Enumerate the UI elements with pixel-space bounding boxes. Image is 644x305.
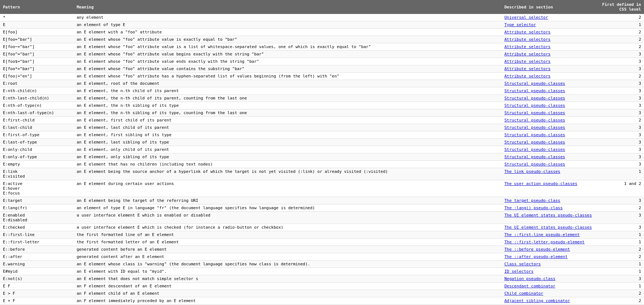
section-link[interactable]: Structural pseudo-classes	[504, 88, 565, 93]
cell-section[interactable]: Structural pseudo-classes	[502, 139, 597, 146]
cell-pattern: E:first-of-type	[0, 131, 74, 139]
section-link[interactable]: Child combinator	[504, 291, 543, 296]
table-row: E.warningan E element whose class is "wa…	[0, 261, 644, 268]
section-link[interactable]: The UI element states pseudo-classes	[504, 213, 592, 218]
cell-section[interactable]: The ::after pseudo-element	[502, 253, 597, 261]
cell-pattern: E:link E:visited	[0, 168, 74, 180]
cell-css-level: 2	[597, 290, 644, 297]
section-link[interactable]: Structural pseudo-classes	[504, 118, 565, 123]
section-link[interactable]: The user action pseudo-classes	[504, 181, 578, 186]
cell-section[interactable]: The ::before pseudo-element	[502, 246, 597, 253]
section-link[interactable]: Class selectors	[504, 262, 541, 266]
section-link[interactable]: Structural pseudo-classes	[504, 162, 565, 167]
cell-css-level: 3	[597, 109, 644, 117]
section-link[interactable]: Structural pseudo-classes	[504, 140, 565, 145]
cell-section[interactable]: Child combinator	[502, 290, 597, 297]
cell-pattern: E:enabled E:disabled	[0, 212, 74, 224]
table-row: E + Fan F element immediately preceded b…	[0, 297, 644, 305]
table-row: E:nth-last-child(n)an E element, the n-t…	[0, 95, 644, 102]
section-link[interactable]: Universal selector	[504, 15, 548, 20]
table-row: E:nth-of-type(n)an E element, the n-th s…	[0, 102, 644, 109]
section-link[interactable]: Structural pseudo-classes	[504, 132, 565, 137]
cell-section[interactable]: Structural pseudo-classes	[502, 80, 597, 87]
section-link[interactable]: Type selector	[504, 22, 536, 27]
cell-section[interactable]: The ::first-letter pseudo-element	[502, 239, 597, 246]
cell-section[interactable]: Attribute selectors	[502, 73, 597, 80]
section-link[interactable]: Structural pseudo-classes	[504, 147, 565, 152]
table-row: E:targetan E element being the target of…	[0, 197, 644, 204]
section-link[interactable]: Structural pseudo-classes	[504, 155, 565, 159]
section-link[interactable]: Attribute selectors	[504, 59, 551, 64]
section-link[interactable]: The ::first-letter pseudo-element	[504, 240, 585, 244]
cell-section[interactable]: The UI element states pseudo-classes	[502, 212, 597, 224]
cell-meaning: an E element during certain user actions	[74, 180, 502, 197]
cell-section[interactable]: Descendant combinator	[502, 283, 597, 290]
cell-section[interactable]: The UI element states pseudo-classes	[502, 224, 597, 231]
cell-section[interactable]: ID selectors	[502, 268, 597, 275]
cell-meaning: an E element that has no children (inclu…	[74, 161, 502, 168]
cell-pattern: *	[0, 14, 74, 21]
section-link[interactable]: Structural pseudo-classes	[504, 96, 565, 101]
section-link[interactable]: The link pseudo-classes	[504, 169, 560, 174]
cell-css-level: 3	[597, 102, 644, 109]
cell-section[interactable]: Attribute selectors	[502, 58, 597, 65]
cell-section[interactable]: Structural pseudo-classes	[502, 153, 597, 161]
cell-meaning: an E element, last child of its parent	[74, 124, 502, 131]
section-link[interactable]: Structural pseudo-classes	[504, 81, 565, 86]
cell-section[interactable]: Structural pseudo-classes	[502, 161, 597, 168]
cell-meaning: the first formatted line of an E element	[74, 231, 502, 239]
section-link[interactable]: Structural pseudo-classes	[504, 103, 565, 108]
cell-section[interactable]: Attribute selectors	[502, 36, 597, 43]
cell-section[interactable]: Structural pseudo-classes	[502, 87, 597, 95]
section-link[interactable]: The ::first-line pseudo-element	[504, 232, 580, 237]
cell-section[interactable]: Attribute selectors	[502, 65, 597, 73]
header-css-level: First defined inCSS level	[597, 0, 644, 14]
cell-section[interactable]: Attribute selectors	[502, 29, 597, 36]
section-link[interactable]: Descendant combinator	[504, 284, 556, 288]
cell-section[interactable]: Structural pseudo-classes	[502, 109, 597, 117]
section-link[interactable]: Attribute selectors	[504, 30, 551, 35]
section-link[interactable]: Attribute selectors	[504, 44, 551, 49]
cell-section[interactable]: Type selector	[502, 21, 597, 29]
section-link[interactable]: Negation pseudo-class	[504, 276, 556, 281]
cell-section[interactable]: Class selectors	[502, 261, 597, 268]
cell-section[interactable]: Structural pseudo-classes	[502, 117, 597, 124]
cell-section[interactable]: The ::first-line pseudo-element	[502, 231, 597, 239]
section-link[interactable]: Attribute selectors	[504, 74, 551, 79]
cell-section[interactable]: Structural pseudo-classes	[502, 124, 597, 131]
section-link[interactable]: Structural pseudo-classes	[504, 110, 565, 115]
cell-meaning: a user interface element E which is enab…	[74, 212, 502, 224]
table-row: E:not(s)an E element that does not match…	[0, 275, 644, 283]
section-link[interactable]: ID selectors	[504, 269, 533, 274]
section-link[interactable]: Structural pseudo-classes	[504, 125, 565, 130]
cell-section[interactable]: The target pseudo-class	[502, 197, 597, 204]
section-link[interactable]: Attribute selectors	[504, 52, 551, 57]
cell-css-level: 3	[597, 212, 644, 224]
section-link[interactable]: The target pseudo-class	[504, 198, 560, 203]
cell-meaning: an E element whose "foo" attribute value…	[74, 43, 502, 51]
section-link[interactable]: The ::before pseudo-element	[504, 247, 570, 252]
section-link[interactable]: Adjacent sibling combinator	[504, 298, 570, 303]
cell-section[interactable]: Attribute selectors	[502, 43, 597, 51]
section-link[interactable]: The UI element states pseudo-classes	[504, 225, 592, 230]
cell-pattern: E[foo="bar"]	[0, 36, 74, 43]
cell-section[interactable]: Negation pseudo-class	[502, 275, 597, 283]
cell-pattern: E[foo$="bar"]	[0, 58, 74, 65]
cell-section[interactable]: Structural pseudo-classes	[502, 131, 597, 139]
cell-section[interactable]: The user action pseudo-classes	[502, 180, 597, 197]
cell-section[interactable]: Adjacent sibling combinator	[502, 297, 597, 305]
cell-section[interactable]: The link pseudo-classes	[502, 168, 597, 180]
section-link[interactable]: Attribute selectors	[504, 66, 551, 71]
section-link[interactable]: Attribute selectors	[504, 37, 551, 42]
cell-section[interactable]: Attribute selectors	[502, 51, 597, 58]
cell-section[interactable]: Structural pseudo-classes	[502, 95, 597, 102]
section-link[interactable]: The ::after pseudo-element	[504, 254, 568, 259]
cell-pattern: E:nth-last-of-type(n)	[0, 109, 74, 117]
cell-meaning: an element of type E in language "fr" (t…	[74, 204, 502, 212]
cell-css-level: 2	[597, 29, 644, 36]
cell-section[interactable]: The :lang() pseudo-class	[502, 204, 597, 212]
cell-section[interactable]: Universal selector	[502, 14, 597, 21]
cell-section[interactable]: Structural pseudo-classes	[502, 146, 597, 153]
section-link[interactable]: The :lang() pseudo-class	[504, 206, 563, 210]
cell-section[interactable]: Structural pseudo-classes	[502, 102, 597, 109]
